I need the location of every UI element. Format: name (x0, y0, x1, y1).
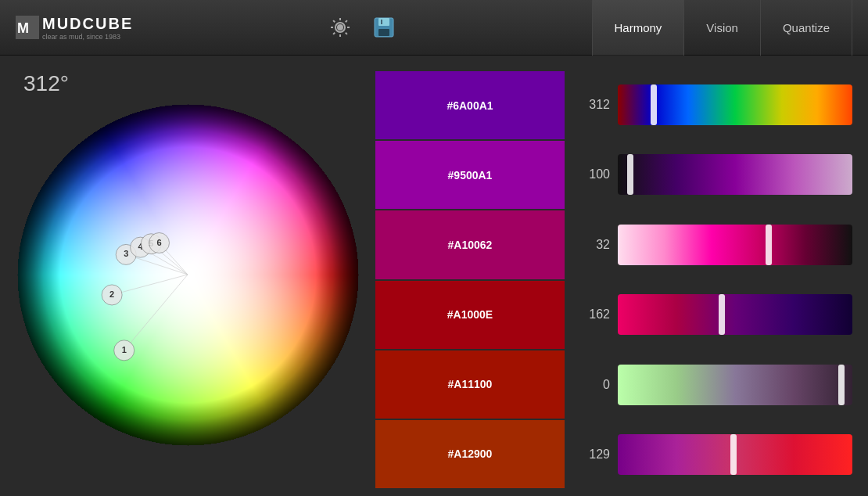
logo-title: MUDCUBE (42, 15, 133, 33)
slider-handle-5[interactable] (730, 434, 737, 475)
nav-quantize[interactable]: Quantize (760, 0, 852, 56)
slider-value-4: 0 (580, 378, 610, 392)
slider-value-5: 129 (580, 447, 610, 462)
slider-handle-2[interactable] (766, 225, 772, 265)
header: M MUDCUBE clear as mud, since 1983 Harm (0, 0, 868, 56)
slider-track-5[interactable] (618, 434, 852, 475)
slider-value-2: 32 (580, 238, 610, 252)
slider-value-3: 162 (580, 307, 610, 322)
svg-rect-7 (381, 20, 382, 24)
slider-row-2: 32 (580, 217, 852, 273)
slider-handle-0[interactable] (651, 84, 657, 125)
degree-label: 312° (23, 71, 69, 96)
header-nav: Harmony Vision Quantize (592, 0, 853, 56)
nav-harmony[interactable]: Harmony (592, 0, 684, 56)
logo-subtitle: clear as mud, since 1983 (42, 33, 133, 41)
slider-row-4: 0 (580, 357, 852, 413)
logo-icon: M (16, 16, 39, 39)
slider-track-2[interactable] (618, 225, 852, 265)
svg-point-2 (337, 24, 343, 31)
slider-handle-3[interactable] (719, 294, 725, 335)
slider-row-0: 312 (580, 77, 852, 133)
swatch-4[interactable]: #A11100 (375, 350, 565, 419)
slider-row-1: 100 (580, 146, 852, 203)
swatch-1[interactable]: #9500A1 (375, 141, 565, 209)
color-wheel-container[interactable] (16, 102, 360, 447)
main-content: 312° #6A00A1 #9500A1 #A10062 #A1000E #A1… (0, 56, 868, 496)
slider-track-3[interactable] (618, 294, 852, 335)
slider-handle-4[interactable] (838, 365, 845, 405)
swatch-5[interactable]: #A12900 (375, 420, 565, 488)
svg-rect-6 (378, 29, 389, 36)
slider-track-0[interactable] (618, 84, 852, 125)
svg-rect-5 (378, 18, 389, 26)
nav-vision[interactable]: Vision (683, 0, 760, 56)
slider-value-0: 312 (580, 98, 610, 112)
save-icon[interactable] (370, 13, 398, 41)
svg-text:M: M (17, 20, 29, 36)
color-wheel-canvas[interactable] (16, 102, 360, 447)
slider-row-5: 129 (580, 426, 852, 483)
slider-track-1[interactable] (618, 154, 852, 195)
slider-row-3: 162 (580, 286, 852, 343)
right-panel: 312 100 32 162 0 (580, 71, 852, 488)
swatch-2[interactable]: #A10062 (375, 210, 565, 279)
swatches-panel: #6A00A1 #9500A1 #A10062 #A1000E #A11100 … (375, 71, 565, 488)
logo-text-group: MUDCUBE clear as mud, since 1983 (42, 15, 133, 41)
header-center (133, 13, 591, 41)
slider-handle-1[interactable] (627, 154, 633, 195)
settings-icon[interactable] (326, 13, 354, 41)
slider-value-1: 100 (580, 167, 610, 182)
swatch-0[interactable]: #6A00A1 (375, 71, 565, 139)
slider-track-4[interactable] (618, 365, 852, 405)
left-panel: 312° (16, 71, 360, 488)
swatch-3[interactable]: #A1000E (375, 281, 565, 349)
logo: M MUDCUBE clear as mud, since 1983 (16, 15, 133, 41)
